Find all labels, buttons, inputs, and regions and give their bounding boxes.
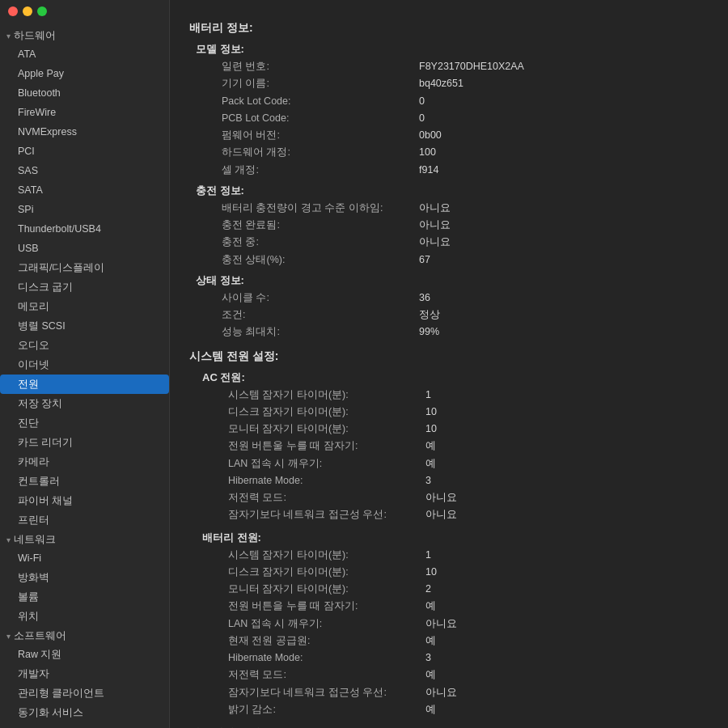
sidebar-item-card-reader[interactable]: 카드 리더기	[0, 433, 169, 452]
cycle-count-row: 사이클 수: 36	[209, 290, 709, 307]
bat-current-power-value: 예	[425, 633, 436, 650]
condition-row: 조건: 정상	[209, 307, 709, 324]
model-info-section: 모델 정보: 일련 번호: F8Y23170DHE10X2AA 기기 이름: b…	[196, 42, 709, 341]
device-name-row: 기기 이름: bq40z651	[209, 75, 709, 92]
sidebar-item-sync[interactable]: 동기화 서비스	[0, 703, 169, 722]
charge-complete-value: 아니요	[419, 217, 451, 234]
sidebar-item-wifi[interactable]: Wi-Fi	[0, 548, 169, 568]
cell-label: 셀 개정:	[209, 162, 419, 179]
sidebar-item-nvmexpress[interactable]: NVMExpress	[0, 122, 169, 142]
charge-percent-value: 67	[419, 252, 430, 269]
sidebar-group-network[interactable]: ▾ 네트워크	[0, 530, 169, 548]
sidebar-item-printer[interactable]: 프린터	[0, 510, 169, 530]
close-button[interactable]	[8, 6, 18, 16]
bat-network-row: 잠자기보다 네트워크 접근성 우선: 아니요	[215, 684, 709, 701]
fullscreen-button[interactable]	[37, 6, 47, 16]
ac-lan-wake-label: LAN 접속 시 깨우기:	[215, 455, 425, 472]
sidebar-item-apple-pay[interactable]: Apple Pay	[0, 64, 169, 83]
pack-lot-label: Pack Lot Code:	[209, 93, 419, 110]
sidebar-item-storage[interactable]: 저장 장치	[0, 394, 169, 413]
ac-network-value: 아니요	[425, 506, 457, 523]
bat-monitor-sleep-row: 모니터 잠자기 타이머(분): 2	[215, 581, 709, 598]
cell-value: f914	[419, 162, 438, 179]
pack-lot-value: 0	[419, 93, 425, 110]
ac-hibernate-row: Hibernate Mode: 3	[215, 472, 709, 489]
bat-hibernate-row: Hibernate Mode: 3	[215, 650, 709, 667]
battery-power-label: 배터리 전원:	[202, 531, 709, 545]
sidebar-item-firewire[interactable]: FireWire	[0, 103, 169, 122]
sidebar-item-memory[interactable]: 메모리	[0, 297, 169, 316]
ac-monitor-sleep-row: 모니터 잠자기 타이머(분): 10	[215, 421, 709, 438]
charge-warning-label: 배터리 충전량이 경고 수준 이하임:	[209, 200, 419, 217]
ac-power-btn-row: 전원 버튼울 누를 때 잠자기: 예	[215, 438, 709, 455]
charge-warning-value: 아니요	[419, 200, 451, 217]
sidebar-item-firewall[interactable]: 방화벽	[0, 568, 169, 587]
sidebar-item-developer[interactable]: 개발자	[0, 664, 169, 684]
ac-hibernate-value: 3	[425, 472, 431, 489]
traffic-lights[interactable]	[8, 6, 47, 16]
sidebar-group-network-label: 네트워크	[14, 533, 56, 547]
max-capacity-row: 성능 최대치: 99%	[209, 324, 709, 341]
sidebar-item-thunderbolt[interactable]: Thunderbolt/USB4	[0, 219, 169, 239]
device-name-label: 기기 이름:	[209, 75, 419, 92]
sidebar-item-fibre-channel[interactable]: 파이버 채널	[0, 491, 169, 510]
sidebar-item-location[interactable]: 위치	[0, 607, 169, 626]
bat-brightness-value: 예	[425, 701, 436, 718]
pcb-lot-label: PCB Lot Code:	[209, 110, 419, 127]
max-capacity-value: 99%	[419, 324, 439, 341]
serial-label: 일련 번호:	[209, 58, 419, 75]
sidebar-item-pci[interactable]: PCI	[0, 142, 169, 161]
sidebar-group-software[interactable]: ▾ 소프트웨어	[0, 626, 169, 645]
sidebar-group-software-items: Raw 지원 개발자 관리형 클라이언트 동기화 서비스 로그 비활성화된 소프…	[0, 645, 169, 728]
ac-disk-sleep-label: 디스크 잠자기 타이머(분):	[215, 404, 425, 421]
sidebar-item-volumes[interactable]: 볼륨	[0, 587, 169, 607]
sidebar-group-network-items: Wi-Fi 방화벽 볼륨 위치	[0, 548, 169, 626]
sidebar-item-usb[interactable]: USB	[0, 239, 169, 258]
bat-power-btn-row: 전원 버튼을 누를 때 잠자기: 예	[215, 598, 709, 615]
bat-monitor-sleep-value: 2	[425, 581, 431, 598]
ac-hibernate-label: Hibernate Mode:	[215, 472, 425, 489]
sidebar-item-spi[interactable]: SPi	[0, 200, 169, 219]
sidebar-item-power[interactable]: 전원	[0, 375, 169, 394]
sidebar-item-diagnostics[interactable]: 진단	[0, 413, 169, 433]
sidebar-item-sas[interactable]: SAS	[0, 161, 169, 180]
ac-monitor-sleep-label: 모니터 잠자기 타이머(분):	[215, 421, 425, 438]
bat-low-power-value: 예	[425, 667, 436, 684]
bat-hibernate-label: Hibernate Mode:	[215, 650, 425, 667]
pcb-lot-row: PCB Lot Code: 0	[209, 110, 709, 127]
sidebar-group-software-label: 소프트웨어	[14, 629, 66, 643]
bat-disk-sleep-row: 디스크 잠자기 타이머(분): 10	[215, 564, 709, 581]
ac-network-label: 잠자기보다 네트워크 접근성 우선:	[215, 506, 425, 523]
pack-lot-row: Pack Lot Code: 0	[209, 93, 709, 110]
ac-sys-sleep-label: 시스템 잠자기 타이머(분):	[215, 387, 425, 404]
cycle-count-label: 사이클 수:	[209, 290, 419, 307]
bat-low-power-row: 저전력 모드: 예	[215, 667, 709, 684]
sidebar-item-camera[interactable]: 카메라	[0, 452, 169, 472]
charge-complete-label: 충전 완료됨:	[209, 217, 419, 234]
charging-label: 충전 중:	[209, 234, 419, 251]
sidebar-group-hardware-label: 하드웨어	[14, 29, 56, 43]
ac-lan-wake-row: LAN 접속 시 깨우기: 예	[215, 455, 709, 472]
model-info-label: 모델 정보:	[196, 42, 709, 57]
ac-monitor-sleep-value: 10	[425, 421, 437, 438]
sidebar-item-parallel-scsi[interactable]: 병렬 SCSI	[0, 316, 169, 336]
sidebar-item-sata[interactable]: SATA	[0, 180, 169, 200]
sidebar-group-hardware[interactable]: ▾ 하드웨어	[0, 26, 169, 44]
sidebar-item-ata[interactable]: ATA	[0, 44, 169, 64]
sidebar-item-audio[interactable]: 오디오	[0, 336, 169, 355]
sidebar-item-ethernet[interactable]: 이더넷	[0, 355, 169, 375]
cycle-count-value: 36	[419, 290, 430, 307]
sidebar-item-log[interactable]: 로그	[0, 722, 169, 728]
ac-network-row: 잠자기보다 네트워크 접근성 우선: 아니요	[215, 506, 709, 523]
sidebar-item-raw[interactable]: Raw 지원	[0, 645, 169, 664]
sidebar-item-disc-burning[interactable]: 디스크 굽기	[0, 277, 169, 297]
sidebar-item-bluetooth[interactable]: Bluetooth	[0, 83, 169, 103]
firmware-row: 펌웨어 버전: 0b00	[209, 127, 709, 144]
system-power-table: AC 전원: 시스템 잠자기 타이머(분): 1 디스크 잠자기 타이머(분):…	[196, 370, 709, 719]
sidebar-item-managed-client[interactable]: 관리형 클라이언트	[0, 684, 169, 703]
condition-label: 조건:	[209, 307, 419, 324]
minimize-button[interactable]	[23, 6, 32, 16]
sidebar-item-graphics[interactable]: 그래픽/디스플레이	[0, 258, 169, 277]
firmware-value: 0b00	[419, 127, 442, 144]
sidebar-item-controller[interactable]: 컨트롤러	[0, 472, 169, 491]
